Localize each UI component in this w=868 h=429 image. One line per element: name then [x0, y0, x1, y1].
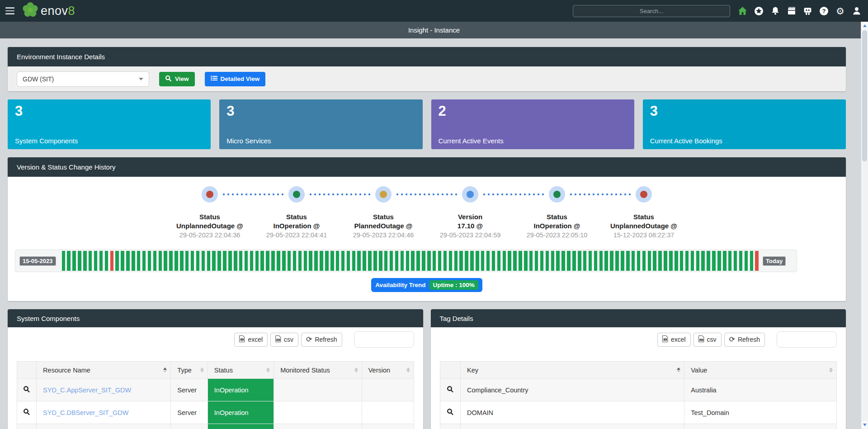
table-header-row: Key Value	[440, 362, 837, 379]
availability-bar	[115, 251, 119, 271]
export-csv-button[interactable]: csv csv	[693, 333, 722, 347]
availability-bar	[373, 251, 377, 271]
export-excel-button[interactable]: x excel	[657, 333, 691, 347]
availability-bar	[476, 251, 479, 271]
availability-bar	[314, 251, 318, 271]
detailed-view-button[interactable]: Detailed View	[205, 72, 266, 86]
timeline-node: StatusUnplannedOutage @29-05-2023 22:04:…	[166, 186, 253, 240]
resource-name-link[interactable]: SYD_C.AppServer_SIT_GDW	[43, 387, 131, 394]
menu-icon[interactable]	[5, 5, 17, 17]
column-header-key[interactable]: Key	[461, 362, 684, 379]
page-title: Insight - Instance	[408, 26, 460, 34]
availability-bar	[239, 251, 243, 271]
availability-bar	[734, 251, 737, 271]
availability-bar	[680, 251, 684, 271]
value-cell: Test_Domain	[684, 401, 837, 424]
row-search-icon[interactable]	[17, 424, 37, 429]
availability-bar	[83, 251, 87, 271]
refresh-button[interactable]: ⟳ Refresh	[724, 333, 765, 347]
export-csv-button[interactable]: csv csv	[270, 333, 298, 347]
availability-bars	[62, 251, 759, 271]
column-header-version[interactable]: Version	[362, 362, 414, 379]
version-cell	[362, 401, 414, 424]
settings-icon[interactable]: ⚙	[835, 6, 845, 16]
scroll-thumb[interactable]	[862, 30, 867, 161]
availability-bar	[653, 251, 656, 271]
row-search-icon[interactable]	[440, 424, 461, 429]
panel-title: System Components	[17, 315, 80, 322]
bell-icon[interactable]	[770, 6, 780, 16]
navbar: enov8 ? ⚙	[0, 0, 868, 22]
event-timestamp: 15-12-2023 08:22:37	[610, 231, 677, 240]
sort-icon	[163, 368, 167, 372]
availability-bar	[604, 251, 608, 271]
view-button[interactable]: View	[159, 72, 195, 86]
panel-title: Tag Details	[440, 315, 473, 322]
availability-bar	[503, 251, 506, 271]
column-header-search	[440, 362, 461, 379]
row-search-icon[interactable]	[440, 379, 461, 401]
brand-logo[interactable]: enov8	[22, 1, 75, 20]
column-header-resource-name[interactable]: Resource Name	[37, 362, 171, 379]
scrollbar[interactable]	[861, 22, 868, 429]
csv-file-icon: csv	[275, 335, 281, 344]
help-icon[interactable]: ?	[819, 6, 829, 16]
trend-badge: Availability Trend Uptime : 100%	[371, 278, 482, 292]
team-icon[interactable]	[802, 6, 813, 16]
row-search-icon[interactable]	[440, 401, 461, 424]
table-filter-input[interactable]	[354, 331, 414, 348]
availability-bar	[615, 251, 619, 271]
calendar-icon[interactable]	[786, 6, 797, 16]
column-header-value[interactable]: Value	[684, 362, 837, 379]
search-input[interactable]	[573, 5, 730, 17]
timeline-node-circle	[462, 186, 478, 203]
table-filter-input[interactable]	[777, 331, 837, 348]
availability-bar	[578, 251, 581, 271]
availability-bar	[717, 251, 721, 271]
availability-bar	[529, 251, 533, 271]
scroll-up-button[interactable]	[862, 22, 868, 29]
user-icon[interactable]	[851, 6, 862, 16]
availability-bar	[492, 251, 495, 271]
event-change: UnplannedOutage @	[610, 222, 677, 231]
version-cell	[362, 424, 414, 429]
stat-card-micro-services: 3 Micro Services	[219, 99, 422, 149]
availability-bar	[78, 251, 81, 271]
refresh-button[interactable]: ⟳ Refresh	[301, 333, 342, 347]
availability-bar	[696, 251, 700, 271]
type-cell: Server	[171, 401, 208, 424]
event-kind: Status	[610, 212, 677, 222]
stat-card-value: 3	[650, 103, 839, 119]
availability-bar	[685, 251, 689, 271]
availability-bar	[519, 251, 522, 271]
availability-bar	[245, 251, 248, 271]
timeline-node-circle	[636, 186, 652, 203]
event-timestamp: 29-05-2023 22:04:46	[353, 231, 414, 240]
timeline-node: StatusInOperation @29-05-2023 22:05:10	[514, 186, 600, 240]
row-search-icon[interactable]	[17, 379, 37, 401]
availability-bar	[567, 251, 571, 271]
availability-bar	[228, 251, 232, 271]
availability-bar	[524, 251, 528, 271]
stat-card-value: 3	[15, 103, 203, 119]
export-excel-button[interactable]: x excel	[234, 333, 268, 347]
row-search-icon[interactable]	[17, 401, 37, 424]
column-header-type[interactable]: Type	[171, 362, 208, 379]
availability-bar	[164, 251, 167, 271]
instance-select[interactable]: GDW (SIT)	[17, 71, 149, 87]
star-icon[interactable]	[754, 6, 764, 16]
availability-bar	[180, 251, 184, 271]
status-badge: InOperation	[208, 379, 274, 401]
availability-bar	[110, 251, 114, 271]
availability-bar	[513, 251, 517, 271]
scroll-down-button[interactable]	[862, 421, 868, 429]
availability-bar	[271, 251, 275, 271]
resource-name-link[interactable]: SYD_C.DBServer_SIT_GDW	[43, 409, 128, 416]
column-header-status[interactable]: Status	[208, 362, 274, 379]
timeline-node: StatusUnplannedOutage @15-12-2023 08:22:…	[600, 186, 687, 240]
home-icon[interactable]	[737, 6, 748, 16]
column-header-monitored-status[interactable]: Monitored Status	[274, 362, 362, 379]
availability-bar	[594, 251, 598, 271]
column-header-search	[17, 362, 37, 379]
table-row: SYD_C.AppServer_SIT_GDW Server InOperati…	[17, 379, 414, 401]
